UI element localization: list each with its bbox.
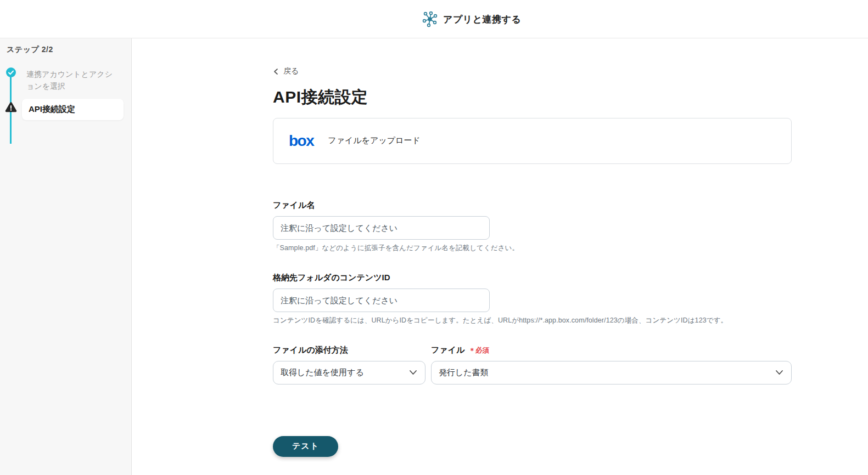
attach-method-value: 取得した値を使用する bbox=[281, 367, 364, 378]
step-item-select-action[interactable]: 連携アカウントとアクションを選択 bbox=[26, 68, 117, 92]
action-card: box ファイルをアップロード bbox=[273, 118, 792, 164]
back-label: 戻る bbox=[283, 66, 299, 76]
warning-icon bbox=[5, 101, 17, 115]
folder-id-help: コンテンツIDを確認するには、URLからIDをコピーします。たとえば、URLがh… bbox=[273, 316, 490, 325]
page-title: API接続設定 bbox=[273, 86, 792, 109]
app-title: アプリと連携する bbox=[443, 13, 521, 26]
chevron-left-icon bbox=[273, 68, 279, 75]
folder-id-label: 格納先フォルダのコンテンツID bbox=[273, 273, 490, 283]
action-label: ファイルをアップロード bbox=[328, 135, 421, 146]
check-icon bbox=[6, 67, 16, 77]
step-item-api-settings[interactable]: API接続設定 bbox=[22, 99, 124, 120]
field-group-file: ファイル ＊必須 発行した書類 bbox=[431, 345, 792, 384]
integration-hub-icon bbox=[422, 11, 438, 27]
main-panel: 戻る API接続設定 box ファイルをアップロード ファイル名 「Sample… bbox=[132, 38, 868, 475]
file-name-input[interactable] bbox=[273, 216, 490, 240]
chevron-down-icon bbox=[409, 370, 417, 375]
select-row: ファイルの添付方法 取得した値を使用する ファイル ＊必須 bbox=[273, 345, 792, 384]
required-badge: ＊必須 bbox=[468, 346, 489, 355]
brand: アプリと連携する bbox=[422, 0, 521, 38]
back-link[interactable]: 戻る bbox=[273, 66, 299, 76]
attach-method-label: ファイルの添付方法 bbox=[273, 345, 348, 355]
file-name-label: ファイル名 bbox=[273, 200, 490, 211]
field-group-attach-method: ファイルの添付方法 取得した値を使用する bbox=[273, 345, 425, 384]
file-name-help: 「Sample.pdf」などのように拡張子を含んだファイル名を記載してください。 bbox=[273, 244, 490, 253]
step-item-label: API接続設定 bbox=[29, 104, 75, 115]
file-label: ファイル bbox=[431, 345, 464, 355]
chevron-down-icon bbox=[775, 370, 783, 375]
field-group-file-name: ファイル名 「Sample.pdf」などのように拡張子を含んだファイル名を記載し… bbox=[273, 200, 490, 253]
test-button[interactable]: テスト bbox=[273, 436, 338, 457]
app-header: アプリと連携する bbox=[0, 0, 868, 38]
sidebar: ステップ 2/2 連携アカウントとアクションを選択 API接続設定 bbox=[0, 38, 132, 475]
folder-id-input[interactable] bbox=[273, 289, 490, 312]
file-value: 発行した書類 bbox=[439, 367, 489, 378]
file-select[interactable]: 発行した書類 bbox=[431, 361, 792, 384]
field-group-folder-id: 格納先フォルダのコンテンツID コンテンツIDを確認するには、URLからIDをコ… bbox=[273, 273, 490, 325]
attach-method-select[interactable]: 取得した値を使用する bbox=[273, 361, 425, 384]
box-logo: box bbox=[289, 133, 313, 149]
step-indicator: ステップ 2/2 bbox=[7, 45, 53, 55]
